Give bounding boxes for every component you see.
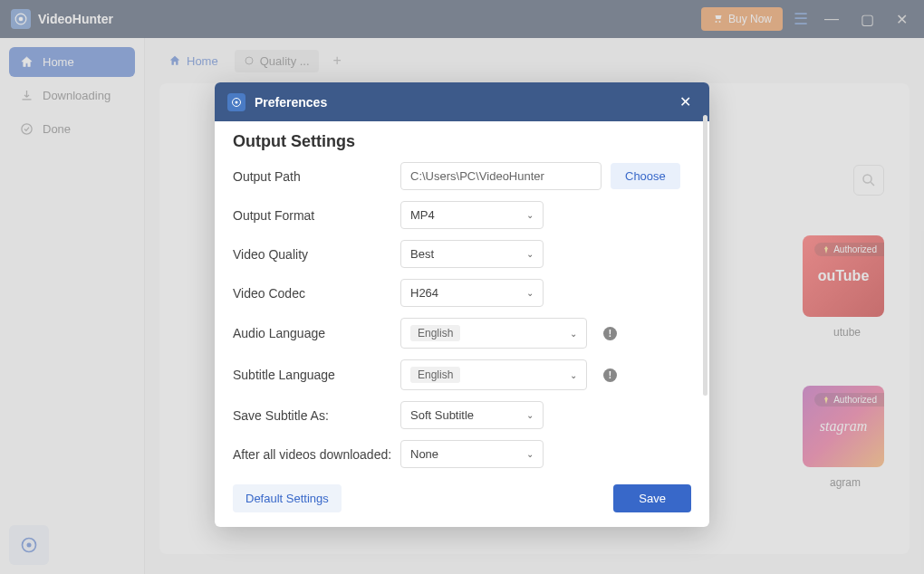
output-format-select[interactable]: MP4 ⌄ — [400, 201, 544, 229]
subtitle-language-label: Subtitle Language — [233, 368, 400, 382]
preferences-icon — [227, 93, 245, 111]
chevron-down-icon: ⌄ — [526, 449, 534, 459]
after-downloaded-label: After all videos downloaded: — [233, 447, 400, 462]
chevron-down-icon: ⌄ — [526, 249, 534, 259]
save-button[interactable]: Save — [613, 484, 691, 512]
subtitle-language-select[interactable]: English ⌄ — [400, 359, 587, 390]
modal-scrollbar[interactable] — [703, 115, 707, 396]
chevron-down-icon: ⌄ — [570, 329, 577, 339]
modal-header: Preferences ✕ — [215, 82, 709, 121]
chevron-down-icon: ⌄ — [526, 210, 534, 220]
video-codec-label: Video Codec — [233, 286, 400, 301]
chevron-down-icon: ⌄ — [570, 370, 577, 380]
preferences-modal: Preferences ✕ Output Settings Output Pat… — [215, 82, 709, 527]
modal-title: Preferences — [255, 95, 665, 110]
default-settings-button[interactable]: Default Settings — [233, 484, 342, 512]
info-icon[interactable]: ! — [603, 327, 617, 340]
after-downloaded-select[interactable]: None ⌄ — [400, 440, 544, 468]
chevron-down-icon: ⌄ — [526, 410, 534, 420]
svg-point-8 — [236, 100, 238, 103]
audio-language-label: Audio Language — [233, 326, 400, 340]
save-subtitle-select[interactable]: Soft Subtitle ⌄ — [400, 401, 544, 429]
modal-close-button[interactable]: ✕ — [674, 91, 697, 112]
video-quality-label: Video Quality — [233, 247, 400, 262]
video-codec-select[interactable]: H264 ⌄ — [400, 279, 544, 307]
output-format-label: Output Format — [233, 208, 400, 223]
output-path-label: Output Path — [233, 169, 400, 184]
save-subtitle-label: Save Subtitle As: — [233, 408, 400, 423]
info-icon[interactable]: ! — [603, 368, 617, 382]
video-quality-select[interactable]: Best ⌄ — [400, 240, 544, 268]
choose-path-button[interactable]: Choose — [611, 163, 680, 189]
audio-language-select[interactable]: English ⌄ — [400, 318, 587, 349]
section-title: Output Settings — [233, 132, 691, 151]
output-path-input[interactable] — [400, 162, 602, 190]
chevron-down-icon: ⌄ — [526, 288, 534, 298]
